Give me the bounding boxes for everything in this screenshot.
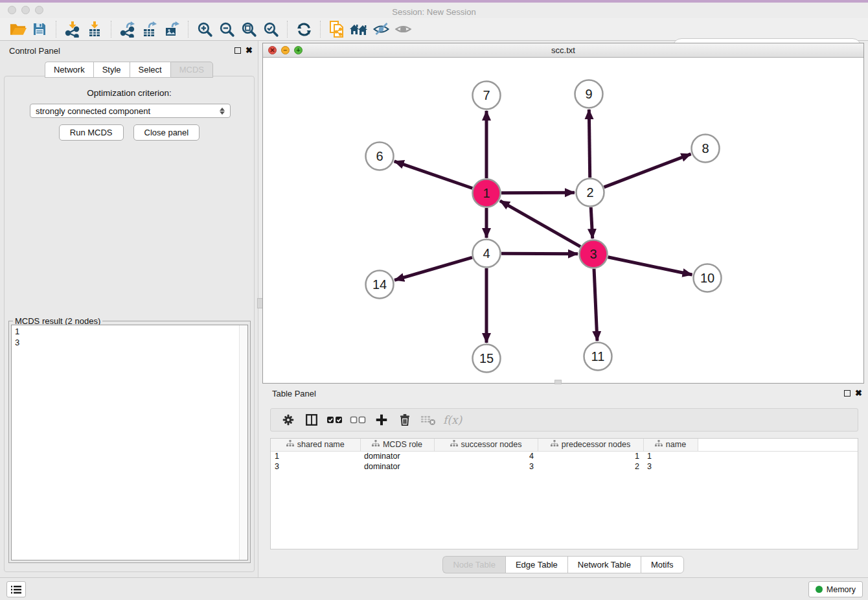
graph-node-14[interactable]: 14 xyxy=(366,271,394,299)
memory-button[interactable]: Memory xyxy=(808,581,863,597)
table-row[interactable]: 3dominator323 xyxy=(271,461,858,472)
statusbar: Memory xyxy=(0,577,868,600)
graph-node-4[interactable]: 4 xyxy=(473,240,501,268)
edge-2-8[interactable] xyxy=(604,154,691,187)
edge-3-1[interactable] xyxy=(500,201,580,247)
graph-node-6[interactable]: 6 xyxy=(366,143,394,170)
network-view-window: ✕ − + scc.txt 7968124314101511 xyxy=(262,43,864,384)
graph-node-10[interactable]: 10 xyxy=(694,264,722,292)
graph-node-7[interactable]: 7 xyxy=(473,82,501,110)
toolbar-separator xyxy=(188,21,188,38)
import-table-icon[interactable] xyxy=(84,19,106,39)
column-type-icon xyxy=(372,440,380,449)
memory-label: Memory xyxy=(827,585,856,594)
graph-node-15[interactable]: 15 xyxy=(473,345,501,373)
open-session-icon[interactable] xyxy=(6,19,29,39)
column-type-icon xyxy=(655,440,663,449)
edge-1-6[interactable] xyxy=(394,161,473,189)
svg-text:11: 11 xyxy=(591,349,605,363)
mcds-tab-content: Optimization criterion: strongly connect… xyxy=(4,76,255,572)
tab-network-table[interactable]: Network Table xyxy=(567,556,641,573)
apply-layout-icon[interactable] xyxy=(293,19,315,39)
tab-mcds[interactable]: MCDS xyxy=(170,62,213,78)
edge-1-2[interactable] xyxy=(501,192,575,193)
gear-icon[interactable] xyxy=(279,411,298,429)
close-panel-button[interactable]: Close panel xyxy=(133,124,200,141)
network-window-title: scc.txt xyxy=(263,43,863,58)
mcds-result-scrollbar[interactable] xyxy=(239,325,247,560)
export-image-icon[interactable] xyxy=(161,19,183,39)
network-close-button[interactable]: ✕ xyxy=(268,46,277,54)
column-header-MCDS-role[interactable]: MCDS role xyxy=(360,439,434,451)
zoom-out-icon[interactable] xyxy=(216,19,238,39)
graph-node-11[interactable]: 11 xyxy=(584,343,612,371)
zoom-fit-icon[interactable] xyxy=(238,19,260,39)
tab-style[interactable]: Style xyxy=(93,62,130,78)
network-maximize-button[interactable]: + xyxy=(294,46,303,54)
edge-4-3[interactable] xyxy=(501,253,578,254)
export-network-icon[interactable] xyxy=(117,19,139,39)
run-mcds-button[interactable]: Run MCDS xyxy=(59,124,124,141)
table-row[interactable]: 1dominator411 xyxy=(271,451,858,461)
table-panel-title: Table Panel xyxy=(272,389,316,398)
list-icon xyxy=(10,584,22,595)
select-all-checkboxes-icon[interactable] xyxy=(325,411,345,429)
mcds-result-group: MCDS result (2 nodes) 1 3 xyxy=(8,321,251,563)
tab-node-table[interactable]: Node Table xyxy=(442,556,505,573)
delete-table-icon xyxy=(418,411,438,429)
show-all-icon[interactable] xyxy=(392,19,414,39)
window-title: Session: New Session xyxy=(0,5,868,19)
toolbar-separator xyxy=(111,21,111,38)
node-table[interactable]: shared nameMCDS rolesuccessor nodesprede… xyxy=(270,438,858,549)
float-panel-icon[interactable] xyxy=(234,47,241,54)
column-header-successor-nodes[interactable]: successor nodes xyxy=(434,439,538,451)
tab-network[interactable]: Network xyxy=(45,62,93,78)
optimization-criterion-label: Optimization criterion: xyxy=(5,88,254,98)
edge-3-10[interactable] xyxy=(608,257,692,275)
tab-edge-table[interactable]: Edge Table xyxy=(505,556,567,573)
column-type-icon xyxy=(286,440,294,449)
clone-network-icon[interactable] xyxy=(326,19,348,39)
export-table-icon[interactable] xyxy=(139,19,161,39)
deselect-all-checkboxes-icon[interactable] xyxy=(348,411,368,429)
zoom-selected-icon[interactable] xyxy=(260,19,282,39)
network-canvas[interactable]: 7968124314101511 xyxy=(263,58,863,383)
svg-text:9: 9 xyxy=(585,87,592,101)
horizontal-split-grip[interactable] xyxy=(554,380,562,384)
edge-4-14[interactable] xyxy=(394,257,472,280)
first-neighbors-icon[interactable] xyxy=(348,19,370,39)
tab-motifs[interactable]: Motifs xyxy=(641,556,684,573)
column-header-shared-name[interactable]: shared name xyxy=(271,439,360,451)
column-header-predecessor-nodes[interactable]: predecessor nodes xyxy=(538,439,643,451)
toolbar-separator xyxy=(320,21,321,38)
edge-2-3[interactable] xyxy=(591,207,593,238)
edge-2-9[interactable] xyxy=(589,110,589,178)
mcds-result-text[interactable]: 1 3 xyxy=(11,325,248,560)
edge-3-11[interactable] xyxy=(594,269,597,341)
criterion-select[interactable]: strongly connected component xyxy=(30,104,231,118)
delete-row-icon[interactable] xyxy=(395,411,415,429)
float-table-panel-icon[interactable] xyxy=(844,390,851,397)
graph-node-1[interactable]: 1 xyxy=(473,179,501,207)
show-columns-icon[interactable] xyxy=(302,411,321,429)
add-row-icon[interactable] xyxy=(372,411,391,429)
tab-select[interactable]: Select xyxy=(130,62,170,78)
svg-text:15: 15 xyxy=(479,351,494,365)
network-minimize-button[interactable]: − xyxy=(281,46,290,54)
svg-text:4: 4 xyxy=(483,246,490,260)
task-history-button[interactable] xyxy=(6,581,26,597)
close-table-panel-icon[interactable]: ✖ xyxy=(855,388,862,398)
graph-node-3[interactable]: 3 xyxy=(580,240,608,268)
column-header-name[interactable]: name xyxy=(643,439,698,451)
svg-text:1: 1 xyxy=(483,186,490,200)
save-session-icon[interactable] xyxy=(29,19,51,39)
network-graph[interactable]: 7968124314101511 xyxy=(263,58,863,383)
graph-node-8[interactable]: 8 xyxy=(692,135,720,163)
close-panel-icon[interactable]: ✖ xyxy=(246,45,253,55)
import-network-icon[interactable] xyxy=(62,19,84,39)
zoom-in-icon[interactable] xyxy=(194,19,216,39)
hide-selected-icon[interactable] xyxy=(370,19,392,39)
graph-node-9[interactable]: 9 xyxy=(575,80,603,108)
graph-node-2[interactable]: 2 xyxy=(577,179,604,207)
network-window-titlebar[interactable]: ✕ − + scc.txt xyxy=(263,43,863,58)
